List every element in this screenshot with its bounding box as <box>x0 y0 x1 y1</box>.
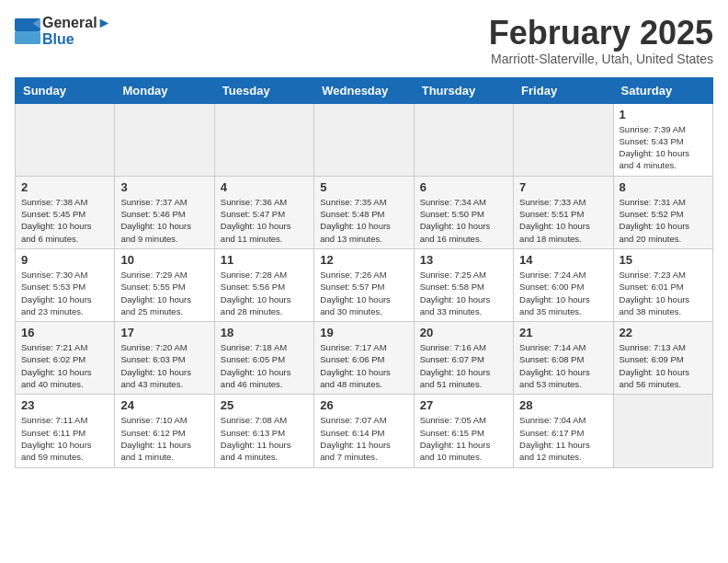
day-number: 4 <box>221 180 308 194</box>
table-row: 6Sunrise: 7:34 AM Sunset: 5:50 PM Daylig… <box>414 176 513 248</box>
day-info: Sunrise: 7:35 AM Sunset: 5:48 PM Dayligh… <box>320 196 407 245</box>
day-number: 16 <box>21 326 108 339</box>
table-row: 7Sunrise: 7:33 AM Sunset: 5:51 PM Daylig… <box>514 176 613 248</box>
day-number: 14 <box>519 253 607 267</box>
logo: General►Blue <box>15 15 111 47</box>
day-info: Sunrise: 7:07 AM Sunset: 6:14 PM Dayligh… <box>320 414 407 463</box>
day-number: 17 <box>120 326 208 339</box>
day-number: 24 <box>120 398 208 412</box>
day-number: 11 <box>221 253 308 267</box>
day-info: Sunrise: 7:13 AM Sunset: 6:09 PM Dayligh… <box>620 341 707 390</box>
page-header: General►Blue February 2025 Marriott-Slat… <box>15 15 713 66</box>
table-row: 11Sunrise: 7:28 AM Sunset: 5:56 PM Dayli… <box>214 248 313 321</box>
day-info: Sunrise: 7:18 AM Sunset: 6:05 PM Dayligh… <box>221 341 308 390</box>
logo-icon <box>15 18 40 44</box>
day-number: 10 <box>120 253 208 267</box>
day-number: 7 <box>519 180 607 194</box>
table-row <box>214 103 313 176</box>
day-number: 23 <box>21 398 108 412</box>
col-saturday: Saturday <box>613 77 712 103</box>
day-info: Sunrise: 7:05 AM Sunset: 6:15 PM Dayligh… <box>420 414 507 463</box>
day-info: Sunrise: 7:33 AM Sunset: 5:51 PM Dayligh… <box>519 196 607 245</box>
day-info: Sunrise: 7:16 AM Sunset: 6:07 PM Dayligh… <box>420 341 507 390</box>
day-number: 12 <box>320 253 407 267</box>
day-info: Sunrise: 7:11 AM Sunset: 6:11 PM Dayligh… <box>21 414 108 463</box>
day-info: Sunrise: 7:39 AM Sunset: 5:43 PM Dayligh… <box>620 123 707 172</box>
table-row <box>613 395 712 467</box>
table-row: 26Sunrise: 7:07 AM Sunset: 6:14 PM Dayli… <box>314 395 414 467</box>
day-info: Sunrise: 7:31 AM Sunset: 5:52 PM Dayligh… <box>620 196 707 245</box>
table-row: 14Sunrise: 7:24 AM Sunset: 6:00 PM Dayli… <box>514 248 613 321</box>
table-row: 20Sunrise: 7:16 AM Sunset: 6:07 PM Dayli… <box>414 322 513 395</box>
table-row: 15Sunrise: 7:23 AM Sunset: 6:01 PM Dayli… <box>613 248 712 321</box>
table-row: 4Sunrise: 7:36 AM Sunset: 5:47 PM Daylig… <box>214 176 313 248</box>
table-row: 23Sunrise: 7:11 AM Sunset: 6:11 PM Dayli… <box>16 395 115 467</box>
day-number: 5 <box>320 180 407 194</box>
day-info: Sunrise: 7:30 AM Sunset: 5:53 PM Dayligh… <box>21 269 108 317</box>
table-row: 12Sunrise: 7:26 AM Sunset: 5:57 PM Dayli… <box>314 248 414 321</box>
day-info: Sunrise: 7:17 AM Sunset: 6:06 PM Dayligh… <box>320 341 407 390</box>
calendar-week-row: 2Sunrise: 7:38 AM Sunset: 5:45 PM Daylig… <box>16 176 713 248</box>
svg-rect-1 <box>15 31 40 44</box>
table-row <box>314 103 414 176</box>
day-info: Sunrise: 7:38 AM Sunset: 5:45 PM Dayligh… <box>21 196 108 245</box>
col-monday: Monday <box>115 77 214 103</box>
day-number: 18 <box>221 326 308 339</box>
table-row: 2Sunrise: 7:38 AM Sunset: 5:45 PM Daylig… <box>16 176 115 248</box>
table-row: 5Sunrise: 7:35 AM Sunset: 5:48 PM Daylig… <box>314 176 414 248</box>
col-sunday: Sunday <box>16 77 115 103</box>
table-row: 18Sunrise: 7:18 AM Sunset: 6:05 PM Dayli… <box>214 322 313 395</box>
day-number: 2 <box>21 180 108 194</box>
day-number: 26 <box>320 398 407 412</box>
day-info: Sunrise: 7:36 AM Sunset: 5:47 PM Dayligh… <box>221 196 308 245</box>
table-row <box>514 103 613 176</box>
day-info: Sunrise: 7:04 AM Sunset: 6:17 PM Dayligh… <box>519 414 607 463</box>
calendar-week-row: 16Sunrise: 7:21 AM Sunset: 6:02 PM Dayli… <box>16 322 713 395</box>
day-number: 6 <box>420 180 507 194</box>
day-number: 15 <box>620 253 707 267</box>
day-info: Sunrise: 7:14 AM Sunset: 6:08 PM Dayligh… <box>519 341 607 390</box>
day-number: 21 <box>519 326 607 339</box>
day-info: Sunrise: 7:37 AM Sunset: 5:46 PM Dayligh… <box>120 196 208 245</box>
table-row <box>414 103 513 176</box>
day-number: 20 <box>420 326 507 339</box>
location: Marriott-Slaterville, Utah, United State… <box>489 52 713 66</box>
calendar-week-row: 23Sunrise: 7:11 AM Sunset: 6:11 PM Dayli… <box>16 395 713 467</box>
day-number: 1 <box>620 108 707 121</box>
col-thursday: Thursday <box>414 77 513 103</box>
table-row: 27Sunrise: 7:05 AM Sunset: 6:15 PM Dayli… <box>414 395 513 467</box>
table-row: 13Sunrise: 7:25 AM Sunset: 5:58 PM Dayli… <box>414 248 513 321</box>
table-row: 9Sunrise: 7:30 AM Sunset: 5:53 PM Daylig… <box>16 248 115 321</box>
day-info: Sunrise: 7:21 AM Sunset: 6:02 PM Dayligh… <box>21 341 108 390</box>
table-row: 17Sunrise: 7:20 AM Sunset: 6:03 PM Dayli… <box>115 322 214 395</box>
day-info: Sunrise: 7:08 AM Sunset: 6:13 PM Dayligh… <box>221 414 308 463</box>
day-number: 25 <box>221 398 308 412</box>
day-info: Sunrise: 7:20 AM Sunset: 6:03 PM Dayligh… <box>120 341 208 390</box>
logo-text: General►Blue <box>42 15 111 47</box>
table-row <box>115 103 214 176</box>
table-row: 10Sunrise: 7:29 AM Sunset: 5:55 PM Dayli… <box>115 248 214 321</box>
day-number: 13 <box>420 253 507 267</box>
table-row: 8Sunrise: 7:31 AM Sunset: 5:52 PM Daylig… <box>613 176 712 248</box>
table-row: 24Sunrise: 7:10 AM Sunset: 6:12 PM Dayli… <box>115 395 214 467</box>
calendar-header-row: Sunday Monday Tuesday Wednesday Thursday… <box>16 77 713 103</box>
table-row: 1Sunrise: 7:39 AM Sunset: 5:43 PM Daylig… <box>613 103 712 176</box>
table-row: 3Sunrise: 7:37 AM Sunset: 5:46 PM Daylig… <box>115 176 214 248</box>
calendar-week-row: 1Sunrise: 7:39 AM Sunset: 5:43 PM Daylig… <box>16 103 713 176</box>
table-row: 16Sunrise: 7:21 AM Sunset: 6:02 PM Dayli… <box>16 322 115 395</box>
table-row: 28Sunrise: 7:04 AM Sunset: 6:17 PM Dayli… <box>514 395 613 467</box>
day-info: Sunrise: 7:23 AM Sunset: 6:01 PM Dayligh… <box>620 269 707 317</box>
day-number: 22 <box>620 326 707 339</box>
day-info: Sunrise: 7:34 AM Sunset: 5:50 PM Dayligh… <box>420 196 507 245</box>
day-number: 19 <box>320 326 407 339</box>
table-row: 22Sunrise: 7:13 AM Sunset: 6:09 PM Dayli… <box>613 322 712 395</box>
day-info: Sunrise: 7:28 AM Sunset: 5:56 PM Dayligh… <box>221 269 308 317</box>
day-info: Sunrise: 7:25 AM Sunset: 5:58 PM Dayligh… <box>420 269 507 317</box>
table-row: 19Sunrise: 7:17 AM Sunset: 6:06 PM Dayli… <box>314 322 414 395</box>
calendar-table: Sunday Monday Tuesday Wednesday Thursday… <box>15 77 713 468</box>
month-title: February 2025 <box>489 15 713 52</box>
col-tuesday: Tuesday <box>214 77 313 103</box>
day-info: Sunrise: 7:29 AM Sunset: 5:55 PM Dayligh… <box>120 269 208 317</box>
table-row: 21Sunrise: 7:14 AM Sunset: 6:08 PM Dayli… <box>514 322 613 395</box>
day-number: 3 <box>120 180 208 194</box>
